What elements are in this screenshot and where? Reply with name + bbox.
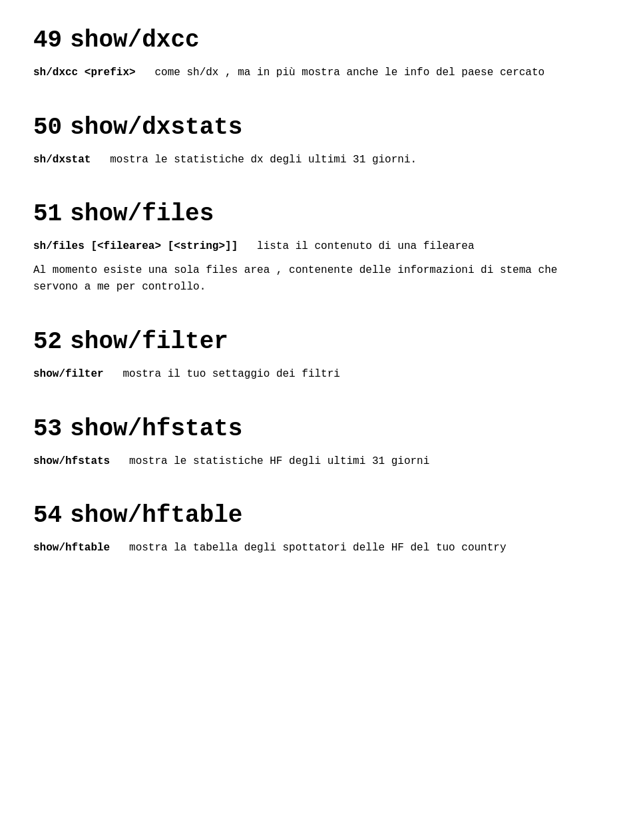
- command-line-51: sh/files [<filearea> [<string>]] lista i…: [33, 238, 606, 256]
- section-heading-52: 52 show/filter: [33, 328, 606, 355]
- section-heading-50: 50 show/dxstats: [33, 114, 606, 141]
- command-syntax-50: sh/dxstat: [33, 154, 91, 166]
- command-desc-49: come sh/dx , ma in più mostra anche le i…: [142, 67, 544, 79]
- section-number-50: 50: [33, 114, 62, 141]
- command-line-54: show/hftable mostra la tabella degli spo…: [33, 540, 606, 557]
- command-line-52: show/filter mostra il tuo settaggio dei …: [33, 366, 606, 383]
- command-syntax-51: sh/files [<filearea> [<string>]]: [33, 240, 238, 252]
- section-number-53: 53: [33, 415, 62, 443]
- section-heading-51: 51 show/files: [33, 200, 606, 228]
- section-49: 49 show/dxcc sh/dxcc <prefix> come sh/dx…: [33, 27, 606, 82]
- command-desc-54: mostra la tabella degli spottatori delle…: [116, 542, 507, 554]
- section-heading-54: 54 show/hftable: [33, 502, 606, 529]
- section-heading-53: 53 show/hfstats: [33, 415, 606, 443]
- command-desc-53: mostra le statistiche HF degli ultimi 31…: [116, 455, 429, 467]
- section-number-54: 54: [33, 502, 62, 529]
- section-title-50: show/dxstats: [70, 114, 242, 141]
- command-extra-51: Al momento esiste una sola files area , …: [33, 262, 606, 296]
- section-title-53: show/hfstats: [70, 415, 242, 443]
- section-52: 52 show/filter show/filter mostra il tuo…: [33, 328, 606, 383]
- section-title-51: show/files: [70, 200, 214, 228]
- command-desc-50: mostra le statistiche dx degli ultimi 31…: [97, 154, 417, 166]
- section-51: 51 show/files sh/files [<filearea> [<str…: [33, 200, 606, 296]
- command-desc-52: mostra il tuo settaggio dei filtri: [110, 368, 340, 380]
- command-desc-51: lista il contenuto di una filearea: [244, 240, 475, 252]
- section-53: 53 show/hfstats show/hfstats mostra le s…: [33, 415, 606, 471]
- command-syntax-49: sh/dxcc <prefix>: [33, 67, 136, 79]
- command-line-50: sh/dxstat mostra le statistiche dx degli…: [33, 152, 606, 169]
- section-title-54: show/hftable: [70, 502, 242, 529]
- section-number-52: 52: [33, 328, 62, 355]
- section-number-49: 49: [33, 27, 62, 54]
- section-heading-49: 49 show/dxcc: [33, 27, 606, 54]
- command-syntax-54: show/hftable: [33, 542, 110, 554]
- section-54: 54 show/hftable show/hftable mostra la t…: [33, 502, 606, 557]
- command-syntax-53: show/hfstats: [33, 455, 110, 467]
- section-title-49: show/dxcc: [70, 27, 199, 54]
- section-50: 50 show/dxstats sh/dxstat mostra le stat…: [33, 114, 606, 169]
- command-syntax-52: show/filter: [33, 368, 104, 380]
- command-line-49: sh/dxcc <prefix> come sh/dx , ma in più …: [33, 65, 606, 82]
- section-title-52: show/filter: [70, 328, 228, 355]
- command-line-53: show/hfstats mostra le statistiche HF de…: [33, 453, 606, 471]
- section-number-51: 51: [33, 200, 62, 228]
